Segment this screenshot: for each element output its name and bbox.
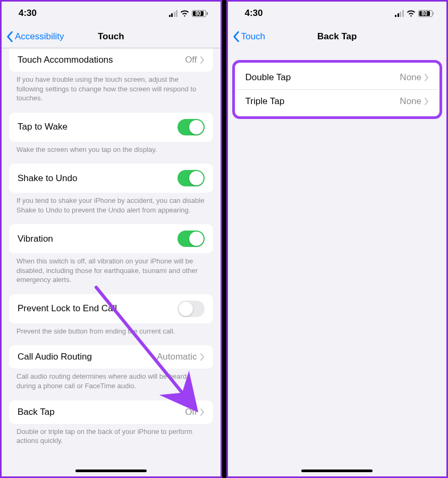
status-indicators: 80 <box>395 10 434 17</box>
group-call-audio-routing: Call Audio Routing Automatic Call audio … <box>2 345 221 390</box>
row-touch-accommodations[interactable]: Touch Accommodations Off <box>9 48 213 72</box>
row-value: None <box>400 72 429 83</box>
row-label: Back Tap <box>18 407 55 417</box>
row-label: Triple Tap <box>246 96 285 107</box>
row-label: Vibration <box>18 234 53 244</box>
toggle-vibration[interactable] <box>177 231 205 247</box>
settings-list[interactable]: Touch Accommodations Off If you have tro… <box>2 48 221 460</box>
home-indicator[interactable] <box>75 470 147 472</box>
row-label: Double Tap <box>246 72 291 83</box>
phone-back-tap-settings: 4:30 80 Touch Back Tap Double Tap None <box>226 0 449 478</box>
chevron-right-icon <box>200 353 205 361</box>
row-value: None <box>400 96 429 107</box>
back-button[interactable]: Accessibility <box>2 31 64 42</box>
chevron-right-icon <box>425 98 429 105</box>
row-triple-tap[interactable]: Triple Tap None <box>237 89 438 113</box>
wifi-icon <box>407 10 416 17</box>
navigation-bar: Accessibility Touch <box>2 25 221 48</box>
row-label: Shake to Undo <box>18 173 77 184</box>
chevron-right-icon <box>200 408 205 416</box>
wifi-icon <box>180 10 189 17</box>
chevron-right-icon <box>425 74 429 81</box>
chevron-left-icon <box>6 31 13 42</box>
home-indicator[interactable] <box>301 470 373 472</box>
row-call-audio-routing[interactable]: Call Audio Routing Automatic <box>9 345 213 369</box>
battery-icon: 80 <box>192 10 208 17</box>
chevron-left-icon <box>232 31 240 42</box>
group-footer: Call audio routing determines where audi… <box>2 369 221 390</box>
group-footer: If you have trouble using the touch scre… <box>2 72 221 103</box>
status-time: 4:30 <box>19 8 37 19</box>
group-shake-to-undo: Shake to Undo If you tend to shake your … <box>2 164 221 215</box>
toggle-shake-to-undo[interactable] <box>177 170 205 186</box>
row-value: Off <box>185 55 204 65</box>
phone-touch-settings: 4:30 80 Accessibility Touch Touch Accomm… <box>0 0 222 478</box>
group-vibration: Vibration When this switch is off, all v… <box>2 224 221 285</box>
cellular-signal-icon <box>395 10 404 17</box>
settings-list[interactable]: Double Tap None Triple Tap None <box>228 48 447 460</box>
toggle-prevent-lock[interactable] <box>177 301 205 317</box>
group-prevent-lock: Prevent Lock to End Call Prevent the sid… <box>2 294 221 336</box>
chevron-right-icon <box>200 56 205 64</box>
row-label: Prevent Lock to End Call <box>18 303 117 314</box>
group-footer: Wake the screen when you tap on the disp… <box>2 142 221 155</box>
group-back-tap: Back Tap Off Double or triple tap on the… <box>2 400 221 446</box>
back-label: Accessibility <box>15 31 64 42</box>
status-bar: 4:30 80 <box>228 2 447 25</box>
row-label: Touch Accommodations <box>18 55 113 65</box>
row-label: Call Audio Routing <box>18 352 92 362</box>
group-tap-to-wake: Tap to Wake Wake the screen when you tap… <box>2 113 221 155</box>
cellular-signal-icon <box>169 10 178 17</box>
group-footer: Prevent the side button from ending the … <box>2 323 221 336</box>
row-vibration[interactable]: Vibration <box>9 224 213 253</box>
row-tap-to-wake[interactable]: Tap to Wake <box>9 113 213 142</box>
group-footer: Double or triple tap on the back of your… <box>2 424 221 446</box>
navigation-bar: Touch Back Tap <box>228 25 447 48</box>
group-touch-accommodations: Touch Accommodations Off If you have tro… <box>2 48 221 103</box>
highlighted-group: Double Tap None Triple Tap None <box>232 60 443 119</box>
row-value: Automatic <box>157 352 205 362</box>
row-value: Off <box>185 407 204 417</box>
toggle-tap-to-wake[interactable] <box>177 119 205 135</box>
status-indicators: 80 <box>169 10 208 17</box>
row-back-tap[interactable]: Back Tap Off <box>9 400 213 424</box>
group-footer: If you tend to shake your iPhone by acci… <box>2 193 221 215</box>
status-time: 4:30 <box>245 8 263 19</box>
row-shake-to-undo[interactable]: Shake to Undo <box>9 164 213 193</box>
battery-icon: 80 <box>418 10 434 17</box>
group-footer: When this switch is off, all vibration o… <box>2 253 221 285</box>
row-prevent-lock[interactable]: Prevent Lock to End Call <box>9 294 213 323</box>
status-bar: 4:30 80 <box>2 2 221 25</box>
back-button[interactable]: Touch <box>228 31 265 42</box>
row-double-tap[interactable]: Double Tap None <box>237 66 438 89</box>
back-label: Touch <box>241 31 265 42</box>
row-label: Tap to Wake <box>18 122 67 132</box>
